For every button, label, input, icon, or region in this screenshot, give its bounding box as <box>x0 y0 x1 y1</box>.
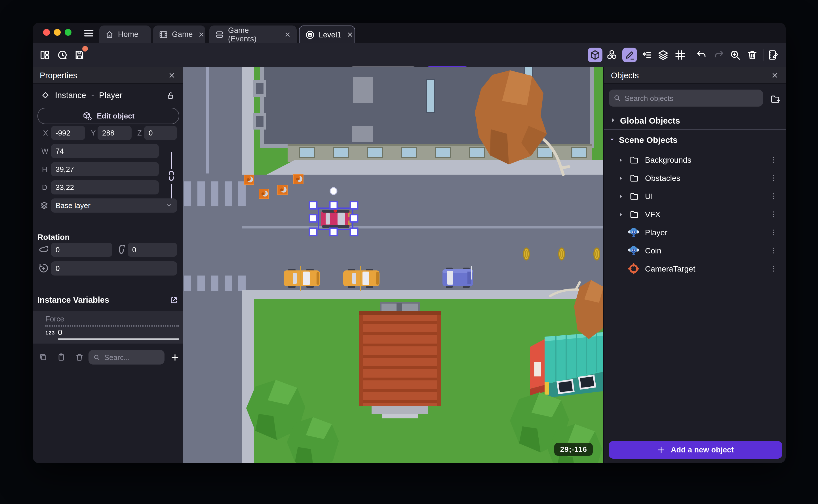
delete-button[interactable] <box>745 48 760 62</box>
add-new-object-button[interactable]: Add a new object <box>609 441 782 459</box>
folder-icon <box>629 191 639 201</box>
events-sheet-icon <box>215 30 224 39</box>
height-input[interactable] <box>51 162 159 176</box>
depth-input[interactable] <box>51 180 159 194</box>
objects-search-input[interactable] <box>609 90 763 107</box>
tab-close-icon[interactable] <box>284 31 291 38</box>
instance-variables-title: Instance Variables <box>37 295 109 304</box>
z-input[interactable] <box>144 126 177 140</box>
trash-icon[interactable] <box>75 353 84 362</box>
edit-scene-properties-button[interactable] <box>766 48 781 62</box>
properties-title: Properties <box>40 71 77 80</box>
edit-mode-button[interactable] <box>622 48 637 62</box>
zoom-in-button[interactable] <box>728 48 743 62</box>
tab-level1[interactable]: Level1 <box>299 26 355 43</box>
objects-view-button[interactable] <box>604 48 619 62</box>
rotation-x-input[interactable] <box>51 242 112 257</box>
x-input[interactable] <box>51 126 85 140</box>
tab-home[interactable]: Home <box>99 26 151 43</box>
toolbar-divider <box>690 49 690 61</box>
redo-button[interactable] <box>711 48 726 62</box>
folder-icon <box>629 209 639 219</box>
main-toolbar: Preview Share <box>33 43 786 67</box>
variable-value[interactable]: 0 <box>58 328 179 340</box>
traffic-light-zoom[interactable] <box>65 29 71 36</box>
traffic-light-minimize[interactable] <box>54 29 61 36</box>
caret-down-icon <box>609 136 616 143</box>
search-icon <box>93 353 100 361</box>
save-button[interactable] <box>72 48 87 62</box>
grid-button[interactable] <box>673 48 688 62</box>
layer-select[interactable]: Base layer <box>51 198 177 212</box>
add-variable-icon[interactable] <box>170 352 180 362</box>
close-icon[interactable] <box>168 71 176 79</box>
w-label: W <box>41 147 48 155</box>
separator: - <box>91 91 94 100</box>
kebab-menu-icon[interactable] <box>770 247 778 255</box>
width-input[interactable] <box>51 144 159 158</box>
tab-game[interactable]: Game <box>153 26 205 43</box>
green-tree[interactable] <box>287 417 339 463</box>
tab-label: Game (Events) <box>228 26 279 43</box>
scene-icon <box>305 30 315 39</box>
close-icon[interactable] <box>771 71 779 79</box>
object-item-cameratarget[interactable]: CameraTarget <box>604 260 786 278</box>
d-label: D <box>42 183 47 191</box>
unlock-icon[interactable] <box>166 91 175 99</box>
rotation-handle[interactable] <box>330 188 337 194</box>
sprite-thumbnail-icon <box>628 245 639 256</box>
layout-panels-button[interactable] <box>37 48 52 62</box>
y-label: Y <box>91 128 96 137</box>
sidewalk-top <box>242 67 254 175</box>
teal-building[interactable] <box>530 332 603 398</box>
tab-close-icon[interactable] <box>346 31 353 38</box>
brick-building[interactable] <box>359 303 441 418</box>
variables-search <box>88 350 164 365</box>
folder-icon <box>629 155 639 165</box>
kebab-menu-icon[interactable] <box>770 265 778 273</box>
link-chain-icon[interactable] <box>167 170 176 181</box>
object-item-coin[interactable]: Coin <box>604 242 786 260</box>
undo-button[interactable] <box>694 48 709 62</box>
kebab-menu-icon[interactable] <box>770 228 778 236</box>
properties-panel: Properties Instance - Player 3D Edit obj… <box>33 67 183 463</box>
toggle-3d-view-button[interactable] <box>588 48 603 62</box>
x-label: X <box>43 128 48 137</box>
svg-text:3D: 3D <box>88 117 92 120</box>
sidewalk-left-column <box>242 290 254 463</box>
object-folder-vfx[interactable]: VFX <box>604 205 786 223</box>
history-button[interactable] <box>55 48 70 62</box>
tab-close-icon[interactable] <box>198 31 205 38</box>
traffic-light-close[interactable] <box>43 29 50 36</box>
kebab-menu-icon[interactable] <box>770 174 778 182</box>
kebab-menu-icon[interactable] <box>770 156 778 164</box>
apartment-building[interactable] <box>255 67 603 175</box>
scene-objects-section[interactable]: Scene Objects <box>604 132 786 147</box>
z-label: Z <box>137 128 142 137</box>
copy-icon[interactable] <box>39 353 48 362</box>
kebab-menu-icon[interactable] <box>770 210 778 218</box>
instances-list-button[interactable] <box>639 48 654 62</box>
y-input[interactable] <box>98 126 132 140</box>
add-folder-icon[interactable] <box>770 94 781 104</box>
object-folder-ui[interactable]: UI <box>604 187 786 205</box>
open-in-new-icon[interactable] <box>170 296 178 304</box>
rotation-y-input[interactable] <box>128 242 177 257</box>
object-item-player[interactable]: Player <box>604 223 786 242</box>
variable-name[interactable]: Force <box>45 315 179 327</box>
object-folder-backgrounds[interactable]: Backgrounds <box>604 151 786 169</box>
edit-object-button[interactable]: 3D Edit object <box>37 108 179 124</box>
objects-header: Objects <box>604 67 786 84</box>
tab-game-events[interactable]: Game (Events) <box>209 26 297 43</box>
global-objects-section[interactable]: Global Objects <box>604 112 786 128</box>
rotation-z-input[interactable] <box>51 261 177 275</box>
object-folder-obstacles[interactable]: Obstacles <box>604 169 786 187</box>
plus-icon <box>657 446 666 454</box>
layers-button[interactable] <box>656 48 671 62</box>
kebab-menu-icon[interactable] <box>770 192 778 200</box>
tab-bar: Home Game Game (Events) Level1 <box>33 23 786 43</box>
tab-label: Level1 <box>319 30 341 39</box>
scene-canvas[interactable]: 29;-116 <box>183 67 603 463</box>
main-menu-button[interactable] <box>82 26 95 40</box>
paste-icon[interactable] <box>57 353 66 362</box>
